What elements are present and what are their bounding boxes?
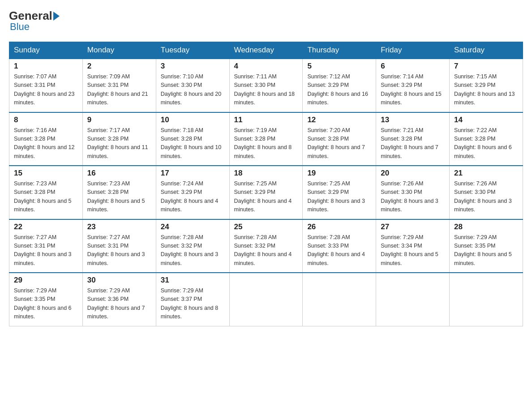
- day-info: Sunrise: 7:15 AMSunset: 3:29 PMDaylight:…: [454, 73, 515, 106]
- day-number: 16: [87, 169, 151, 178]
- day-info: Sunrise: 7:24 AMSunset: 3:29 PMDaylight:…: [161, 180, 219, 213]
- day-info: Sunrise: 7:07 AMSunset: 3:31 PMDaylight:…: [14, 73, 75, 106]
- day-number: 10: [161, 116, 225, 124]
- calendar-row-1: 1 Sunrise: 7:07 AMSunset: 3:31 PMDayligh…: [9, 59, 523, 112]
- calendar-row-4: 22 Sunrise: 7:27 AMSunset: 3:31 PMDaylig…: [9, 219, 523, 273]
- table-row: 24 Sunrise: 7:28 AMSunset: 3:32 PMDaylig…: [156, 219, 229, 273]
- day-info: Sunrise: 7:29 AMSunset: 3:36 PMDaylight:…: [87, 287, 145, 320]
- day-number: 25: [234, 223, 298, 231]
- table-row: 5 Sunrise: 7:12 AMSunset: 3:29 PMDayligh…: [303, 59, 376, 112]
- table-row: 3 Sunrise: 7:10 AMSunset: 3:30 PMDayligh…: [156, 59, 229, 112]
- table-row: 14 Sunrise: 7:22 AMSunset: 3:28 PMDaylig…: [450, 112, 523, 166]
- calendar-row-2: 8 Sunrise: 7:16 AMSunset: 3:28 PMDayligh…: [9, 112, 523, 166]
- day-number: 24: [161, 223, 225, 231]
- day-number: 20: [381, 169, 445, 178]
- header-monday: Monday: [82, 42, 156, 59]
- table-row: 27 Sunrise: 7:29 AMSunset: 3:34 PMDaylig…: [376, 219, 450, 273]
- logo-blue-text: Blue: [10, 21, 30, 33]
- table-row: 13 Sunrise: 7:21 AMSunset: 3:28 PMDaylig…: [376, 112, 450, 166]
- day-info: Sunrise: 7:28 AMSunset: 3:32 PMDaylight:…: [234, 234, 292, 266]
- table-row: [450, 273, 523, 326]
- table-row: 23 Sunrise: 7:27 AMSunset: 3:31 PMDaylig…: [82, 219, 156, 273]
- day-number: 5: [307, 62, 371, 71]
- table-row: [229, 273, 303, 326]
- day-number: 8: [14, 116, 78, 124]
- page-header: General Blue: [9, 9, 523, 33]
- table-row: 17 Sunrise: 7:24 AMSunset: 3:29 PMDaylig…: [156, 166, 229, 219]
- header-tuesday: Tuesday: [156, 42, 229, 59]
- day-info: Sunrise: 7:10 AMSunset: 3:30 PMDaylight:…: [161, 73, 222, 106]
- day-info: Sunrise: 7:16 AMSunset: 3:28 PMDaylight:…: [14, 127, 75, 159]
- day-number: 9: [87, 116, 151, 124]
- day-number: 30: [87, 276, 151, 285]
- day-number: 21: [454, 169, 518, 178]
- table-row: 20 Sunrise: 7:26 AMSunset: 3:30 PMDaylig…: [376, 166, 450, 219]
- table-row: 22 Sunrise: 7:27 AMSunset: 3:31 PMDaylig…: [9, 219, 83, 273]
- day-number: 11: [234, 116, 298, 124]
- day-number: 15: [14, 169, 78, 178]
- day-info: Sunrise: 7:25 AMSunset: 3:29 PMDaylight:…: [307, 180, 365, 213]
- table-row: 29 Sunrise: 7:29 AMSunset: 3:35 PMDaylig…: [9, 273, 83, 326]
- header-sunday: Sunday: [9, 42, 83, 59]
- table-row: 16 Sunrise: 7:23 AMSunset: 3:28 PMDaylig…: [82, 166, 156, 219]
- day-number: 29: [14, 276, 78, 285]
- day-number: 22: [14, 223, 78, 231]
- table-row: 12 Sunrise: 7:20 AMSunset: 3:28 PMDaylig…: [303, 112, 376, 166]
- day-number: 19: [307, 169, 371, 178]
- day-number: 31: [161, 276, 225, 285]
- header-friday: Friday: [376, 42, 450, 59]
- day-info: Sunrise: 7:18 AMSunset: 3:28 PMDaylight:…: [161, 127, 222, 159]
- calendar-table: Sunday Monday Tuesday Wednesday Thursday…: [9, 42, 523, 326]
- calendar-row-3: 15 Sunrise: 7:23 AMSunset: 3:28 PMDaylig…: [9, 166, 523, 219]
- day-number: 12: [307, 116, 371, 124]
- day-number: 23: [87, 223, 151, 231]
- day-info: Sunrise: 7:21 AMSunset: 3:28 PMDaylight:…: [381, 127, 438, 159]
- day-info: Sunrise: 7:29 AMSunset: 3:37 PMDaylight:…: [161, 287, 219, 320]
- day-info: Sunrise: 7:27 AMSunset: 3:31 PMDaylight:…: [87, 234, 145, 266]
- day-number: 2: [87, 62, 151, 71]
- table-row: 15 Sunrise: 7:23 AMSunset: 3:28 PMDaylig…: [9, 166, 83, 219]
- day-info: Sunrise: 7:19 AMSunset: 3:28 PMDaylight:…: [234, 127, 292, 159]
- header-saturday: Saturday: [450, 42, 523, 59]
- table-row: 26 Sunrise: 7:28 AMSunset: 3:33 PMDaylig…: [303, 219, 376, 273]
- header-wednesday: Wednesday: [229, 42, 303, 59]
- table-row: [376, 273, 450, 326]
- day-number: 6: [381, 62, 445, 71]
- day-number: 1: [14, 62, 78, 71]
- logo: General Blue: [9, 9, 60, 33]
- table-row: 2 Sunrise: 7:09 AMSunset: 3:31 PMDayligh…: [82, 59, 156, 112]
- day-number: 27: [381, 223, 445, 231]
- table-row: 1 Sunrise: 7:07 AMSunset: 3:31 PMDayligh…: [9, 59, 83, 112]
- day-info: Sunrise: 7:28 AMSunset: 3:32 PMDaylight:…: [161, 234, 219, 266]
- day-info: Sunrise: 7:11 AMSunset: 3:30 PMDaylight:…: [234, 73, 295, 106]
- day-number: 7: [454, 62, 518, 71]
- table-row: 8 Sunrise: 7:16 AMSunset: 3:28 PMDayligh…: [9, 112, 83, 166]
- day-info: Sunrise: 7:29 AMSunset: 3:35 PMDaylight:…: [454, 234, 512, 266]
- day-info: Sunrise: 7:23 AMSunset: 3:28 PMDaylight:…: [87, 180, 145, 213]
- weekday-header-row: Sunday Monday Tuesday Wednesday Thursday…: [9, 42, 523, 59]
- day-info: Sunrise: 7:12 AMSunset: 3:29 PMDaylight:…: [307, 73, 368, 106]
- table-row: 11 Sunrise: 7:19 AMSunset: 3:28 PMDaylig…: [229, 112, 303, 166]
- day-info: Sunrise: 7:27 AMSunset: 3:31 PMDaylight:…: [14, 234, 72, 266]
- table-row: 21 Sunrise: 7:26 AMSunset: 3:30 PMDaylig…: [450, 166, 523, 219]
- table-row: 9 Sunrise: 7:17 AMSunset: 3:28 PMDayligh…: [82, 112, 156, 166]
- table-row: [303, 273, 376, 326]
- logo-arrow-icon: [53, 12, 60, 21]
- table-row: 28 Sunrise: 7:29 AMSunset: 3:35 PMDaylig…: [450, 219, 523, 273]
- table-row: 31 Sunrise: 7:29 AMSunset: 3:37 PMDaylig…: [156, 273, 229, 326]
- day-number: 14: [454, 116, 518, 124]
- table-row: 25 Sunrise: 7:28 AMSunset: 3:32 PMDaylig…: [229, 219, 303, 273]
- day-info: Sunrise: 7:25 AMSunset: 3:29 PMDaylight:…: [234, 180, 292, 213]
- table-row: 10 Sunrise: 7:18 AMSunset: 3:28 PMDaylig…: [156, 112, 229, 166]
- day-info: Sunrise: 7:22 AMSunset: 3:28 PMDaylight:…: [454, 127, 512, 159]
- day-info: Sunrise: 7:29 AMSunset: 3:34 PMDaylight:…: [381, 234, 438, 266]
- day-info: Sunrise: 7:29 AMSunset: 3:35 PMDaylight:…: [14, 287, 72, 320]
- day-number: 28: [454, 223, 518, 231]
- day-info: Sunrise: 7:14 AMSunset: 3:29 PMDaylight:…: [381, 73, 442, 106]
- day-info: Sunrise: 7:17 AMSunset: 3:28 PMDaylight:…: [87, 127, 148, 159]
- day-number: 4: [234, 62, 298, 71]
- day-info: Sunrise: 7:26 AMSunset: 3:30 PMDaylight:…: [381, 180, 438, 213]
- table-row: 6 Sunrise: 7:14 AMSunset: 3:29 PMDayligh…: [376, 59, 450, 112]
- table-row: 30 Sunrise: 7:29 AMSunset: 3:36 PMDaylig…: [82, 273, 156, 326]
- day-number: 26: [307, 223, 371, 231]
